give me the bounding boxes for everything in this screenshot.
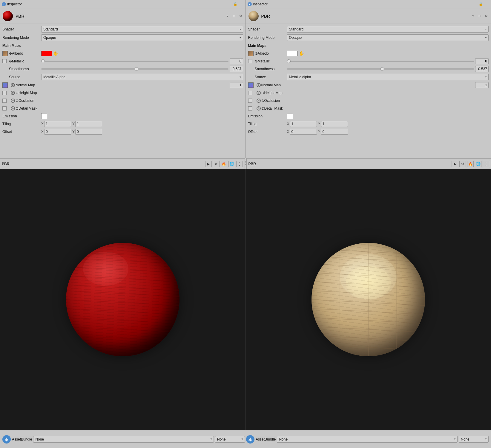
- right-rendering-mode-dropdown[interactable]: Opaque: [287, 34, 489, 41]
- right-metallic-slider[interactable]: [287, 61, 474, 62]
- right-normal-map-label: Normal Map: [261, 83, 475, 87]
- svg-line-10: [66, 300, 179, 306]
- right-tiling-y-input[interactable]: [321, 121, 348, 127]
- right-source-label: Source: [248, 75, 287, 79]
- left-metallic-slider-container: 0: [41, 58, 243, 64]
- left-smoothness-slider[interactable]: [41, 68, 228, 70]
- left-preview-panel: [0, 169, 246, 430]
- svg-line-8: [66, 285, 179, 291]
- left-tiling-x-input[interactable]: [44, 121, 71, 127]
- left-rendering-mode-dropdown[interactable]: Opaque: [41, 34, 243, 41]
- right-bottom-blue-icon[interactable]: [246, 435, 254, 444]
- right-eyedropper-icon[interactable]: ✋: [299, 51, 304, 56]
- right-normal-map-value[interactable]: 1: [475, 82, 489, 88]
- right-offset-x-field: X: [287, 129, 317, 135]
- right-albedo-row: ⊙Albedo ✋: [246, 50, 491, 57]
- right-refresh-button[interactable]: ↺: [459, 161, 466, 167]
- left-more-button[interactable]: ⋮: [236, 161, 243, 167]
- right-flame-button[interactable]: 🔥: [467, 161, 474, 167]
- svg-line-14: [66, 335, 179, 341]
- left-lock-icon[interactable]: 🔒: [233, 2, 238, 7]
- right-gear-icon[interactable]: ⚙: [484, 14, 489, 19]
- right-emission-swatch[interactable]: [287, 113, 293, 119]
- svg-line-12: [66, 317, 179, 323]
- right-normal-map-circle-icon: ⊙: [257, 83, 261, 87]
- left-flame-button[interactable]: 🔥: [221, 161, 227, 167]
- right-more-button[interactable]: ⋮: [483, 161, 489, 167]
- left-rendering-mode-row: Rendering Mode Opaque: [0, 33, 246, 42]
- left-menu-icon[interactable]: ⋮: [239, 2, 244, 7]
- left-main-maps-label: Main Maps: [2, 44, 41, 48]
- svg-line-26: [312, 326, 425, 332]
- right-height-map-checkbox-area: [248, 91, 257, 95]
- left-smoothness-label: Smoothness: [2, 67, 41, 71]
- left-assetbundle-dropdown2[interactable]: None: [215, 436, 245, 443]
- panel-divider[interactable]: [245, 158, 247, 169]
- left-normal-map-label: Normal Map: [16, 83, 230, 87]
- right-height-map-checkbox[interactable]: [248, 91, 252, 95]
- left-assetbundle-dropdown1[interactable]: None: [33, 436, 214, 443]
- left-globe-button[interactable]: 🌐: [228, 161, 235, 167]
- right-globe-button[interactable]: 🌐: [475, 161, 481, 167]
- right-albedo-label: ⊙Albedo: [255, 51, 287, 56]
- left-gear-icon[interactable]: ⚙: [238, 14, 243, 19]
- svg-point-16: [312, 243, 425, 356]
- left-offset-x-input[interactable]: [44, 129, 71, 135]
- left-source-dropdown[interactable]: Metallic Alpha: [41, 74, 243, 80]
- right-play-button[interactable]: ▶: [452, 161, 458, 167]
- left-albedo-thumbnail[interactable]: [2, 51, 8, 56]
- left-refresh-button[interactable]: ↺: [213, 161, 220, 167]
- right-occlusion-row: ⊙ ⊙Occlusion: [246, 97, 491, 105]
- right-offset-row: Offset X Y: [246, 128, 491, 136]
- right-offset-x-input[interactable]: [290, 129, 317, 135]
- left-metallic-value[interactable]: 0: [230, 58, 243, 64]
- right-detail-mask-checkbox[interactable]: [248, 106, 252, 111]
- left-bottom-blue-icon[interactable]: [2, 435, 11, 444]
- left-emission-swatch[interactable]: [41, 113, 47, 119]
- left-metallic-slider[interactable]: [41, 61, 228, 62]
- left-albedo-label: ⊙Albedo: [9, 51, 41, 56]
- right-lock-icon[interactable]: 🔒: [478, 2, 483, 7]
- divider-dot-3: [245, 164, 246, 165]
- left-layout-icon[interactable]: ⊞: [232, 14, 237, 19]
- left-offset-y-input[interactable]: [75, 129, 102, 135]
- svg-line-19: [312, 264, 425, 270]
- left-shader-dropdown[interactable]: Standard: [41, 26, 243, 33]
- left-smoothness-value[interactable]: 0.537: [230, 66, 243, 72]
- left-metallic-checkbox[interactable]: [2, 59, 7, 63]
- right-inspector-header: i Inspector 🔒 ⋮: [246, 0, 491, 8]
- right-menu-icon[interactable]: ⋮: [484, 2, 489, 7]
- right-smoothness-value[interactable]: 0.537: [475, 66, 489, 72]
- left-help-icon[interactable]: ?: [225, 14, 230, 19]
- right-assetbundle-dropdown1[interactable]: None: [277, 436, 458, 443]
- right-toolbar-label: PBR: [248, 162, 451, 166]
- left-play-button[interactable]: ▶: [205, 161, 212, 167]
- right-help-icon[interactable]: ?: [471, 14, 475, 19]
- right-assetbundle-dropdown2[interactable]: None: [459, 436, 489, 443]
- right-smoothness-label: Smoothness: [248, 67, 287, 71]
- right-occlusion-circle-icon: ⊙: [257, 99, 261, 103]
- left-occlusion-checkbox[interactable]: [2, 99, 7, 103]
- right-metallic-checkbox[interactable]: [248, 59, 252, 63]
- right-metallic-value[interactable]: 0: [475, 58, 489, 64]
- right-occlusion-checkbox[interactable]: [248, 99, 252, 103]
- right-offset-y-input[interactable]: [321, 129, 348, 135]
- left-albedo-color-swatch[interactable]: [41, 51, 52, 56]
- right-smoothness-slider[interactable]: [287, 68, 474, 70]
- left-normal-map-value[interactable]: 1: [230, 82, 243, 88]
- right-tiling-x-input[interactable]: [290, 121, 317, 127]
- right-shader-value: Standard: [287, 26, 489, 33]
- right-albedo-thumbnail[interactable]: [248, 51, 254, 56]
- left-height-map-checkbox[interactable]: [2, 91, 7, 95]
- right-normal-map-thumbnail[interactable]: [248, 82, 254, 88]
- right-layout-icon[interactable]: ⊞: [477, 14, 482, 19]
- right-albedo-color-swatch[interactable]: [287, 51, 298, 56]
- left-tiling-y-field: Y: [72, 121, 102, 127]
- right-shader-dropdown[interactable]: Standard: [287, 26, 489, 33]
- left-normal-map-thumbnail[interactable]: [2, 82, 8, 88]
- left-eyedropper-icon[interactable]: ✋: [53, 51, 58, 56]
- right-source-dropdown[interactable]: Metallic Alpha: [287, 74, 489, 80]
- left-tiling-y-input[interactable]: [75, 121, 102, 127]
- right-emission-label: Emission: [248, 114, 287, 118]
- left-detail-mask-checkbox[interactable]: [2, 106, 7, 111]
